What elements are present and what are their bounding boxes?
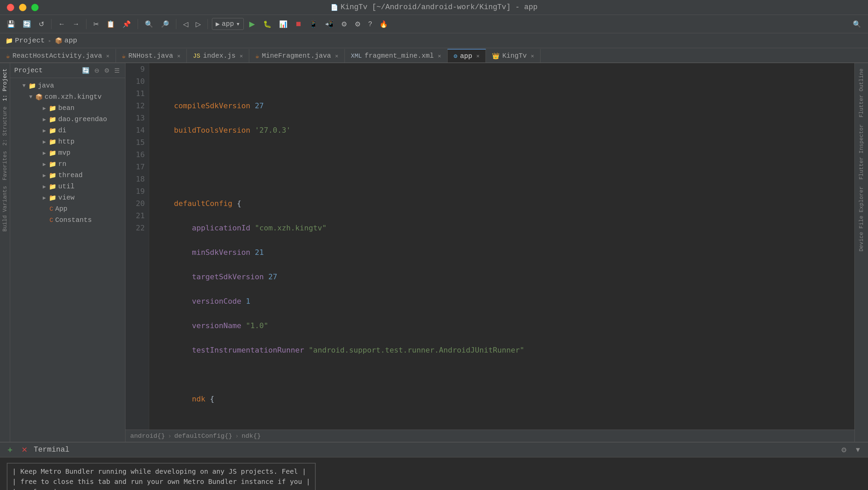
sdk-button[interactable]: ⚙: [338, 19, 350, 30]
line-numbers: 9 10 11 12 13 14 15 16 17 18 19 20 21 22: [125, 63, 149, 430]
tab-label: index.js: [203, 52, 236, 60]
nav-project: 📁 Project: [5, 37, 45, 44]
tab-app[interactable]: ⚙ app ✕: [448, 49, 486, 62]
tree-item-Constants[interactable]: C Constants: [10, 214, 125, 226]
expand-arrow-icon: ▶: [43, 127, 46, 134]
flutter-inspector-panel[interactable]: Flutter Inspector: [856, 121, 867, 182]
tree-item-thread[interactable]: ▶ 📁 thread: [10, 170, 125, 181]
profile-button[interactable]: 📊: [276, 19, 290, 30]
search-everywhere-button[interactable]: 🔍: [850, 19, 864, 30]
breadcrumb-item-2[interactable]: defaultConfig{}: [174, 432, 232, 440]
terminal-close-button[interactable]: ✕: [19, 445, 30, 455]
breadcrumb-item-1[interactable]: android{}: [130, 432, 165, 440]
code-line-21: [156, 369, 848, 381]
vtab-project[interactable]: 1: Project: [1, 66, 9, 104]
close-button[interactable]: [7, 4, 14, 11]
breadcrumb-item-3[interactable]: ndk{}: [241, 432, 261, 440]
tab-close-icon[interactable]: ✕: [177, 53, 180, 59]
vtab-build-variants[interactable]: Build Variants: [1, 183, 9, 234]
tree-item-rn[interactable]: ▶ 📁 rn: [10, 158, 125, 170]
stop-button[interactable]: ⏹: [292, 19, 304, 29]
replace-button[interactable]: 🔎: [158, 19, 172, 30]
toolbar: 💾 🔄 ↺ ← → ✂ 📋 📌 🔍 🔎 ◁ ▷ ▶ app ▾ ▶ 🐛 📊 ⏹ …: [0, 15, 868, 33]
help-button[interactable]: ?: [366, 19, 375, 29]
tree-item-util[interactable]: ▶ 📁 util: [10, 181, 125, 192]
terminal-settings-button[interactable]: ⚙: [839, 445, 849, 455]
module-icon: 📦: [55, 37, 62, 44]
copy-button[interactable]: 📋: [104, 19, 118, 30]
sidebar: Project 🔄 ⊖ ⚙ ☰ ▼ 📁 java ▼ 📦 com.xzh.kin: [10, 63, 125, 442]
terminal-add-button[interactable]: +: [5, 444, 15, 456]
tab-close-icon[interactable]: ✕: [240, 53, 243, 59]
sync-button[interactable]: 🔄: [20, 19, 34, 30]
find-button[interactable]: 🔍: [142, 19, 156, 30]
settings-button[interactable]: ⚙: [103, 66, 111, 75]
terminal-minimize-button[interactable]: ▼: [852, 445, 863, 454]
forward-button[interactable]: ▷: [193, 19, 203, 30]
run-button[interactable]: ▶: [246, 18, 258, 30]
tree-item-mvp[interactable]: ▶ 📁 mvp: [10, 147, 125, 158]
undo-button[interactable]: ←: [56, 19, 68, 29]
tree-item-java[interactable]: ▼ 📁 java: [10, 80, 125, 91]
collapse-all-button[interactable]: ⊖: [93, 66, 101, 75]
tree-item-dao[interactable]: ▶ 📁 dao.greendao: [10, 114, 125, 125]
device-file-explorer-panel[interactable]: Device File Explorer: [856, 184, 867, 254]
device-button[interactable]: 📱: [307, 19, 320, 30]
line-number: 20: [125, 197, 145, 210]
tree-item-label: Constants: [55, 216, 92, 224]
sync-files-button[interactable]: 🔄: [81, 66, 91, 75]
expand-arrow-icon: ▼: [22, 83, 26, 89]
tab-KingTv[interactable]: 👑 KingTv ✕: [486, 49, 540, 62]
debug-button[interactable]: 🐛: [260, 19, 274, 30]
settings-button[interactable]: ⚙: [352, 19, 363, 30]
tree-item-http[interactable]: ▶ 📁 http: [10, 136, 125, 147]
tab-close-icon[interactable]: ✕: [335, 53, 338, 59]
tree-item-label: http: [58, 138, 75, 146]
folder-icon: 📁: [28, 82, 36, 90]
expand-arrow-icon: ▼: [29, 94, 33, 100]
save-all-button[interactable]: 💾: [4, 19, 18, 30]
toolbar-separator-3: [138, 19, 138, 29]
tab-close-icon[interactable]: ✕: [438, 53, 441, 59]
vtab-structure[interactable]: 2: Structure: [1, 104, 9, 148]
cut-button[interactable]: ✂: [91, 19, 102, 30]
minimize-button[interactable]: [19, 4, 26, 11]
reload-button[interactable]: ↺: [36, 19, 47, 30]
maximize-button[interactable]: [31, 4, 39, 11]
tab-MineFragment[interactable]: ☕ MineFragment.java ✕: [249, 49, 345, 62]
tree-item-label: di: [58, 127, 66, 134]
tree-item-bean[interactable]: ▶ 📁 bean: [10, 102, 125, 114]
tree-item-view[interactable]: ▶ 📁 view: [10, 192, 125, 203]
tree-item-di[interactable]: ▶ 📁 di: [10, 125, 125, 136]
terminal-body[interactable]: | Keep Metro Bundler running while devel…: [0, 457, 868, 490]
firebase-button[interactable]: 🔥: [377, 19, 391, 30]
package-icon: 📦: [35, 93, 43, 101]
run-config-icon: ▶: [216, 20, 220, 28]
tab-close-icon[interactable]: ✕: [476, 53, 480, 59]
flutter-outline-panel[interactable]: Flutter Outline: [856, 66, 867, 120]
layout-button[interactable]: ☰: [113, 66, 121, 75]
tree-item-label: bean: [58, 104, 75, 112]
line-number: 18: [125, 173, 145, 185]
tab-RNHost[interactable]: ☕ RNHost.java ✕: [116, 49, 187, 62]
tab-fragment_mine[interactable]: XML fragment_mine.xml ✕: [345, 49, 448, 62]
tab-index[interactable]: JS index.js ✕: [187, 49, 249, 62]
folder-icon: 📁: [49, 172, 56, 179]
tree-item-App[interactable]: C App: [10, 203, 125, 214]
code-text[interactable]: compileSdkVersion 27 buildToolsVersion '…: [149, 63, 854, 430]
tab-close-icon[interactable]: ✕: [106, 53, 110, 59]
tab-ReactHostActivity[interactable]: ☕ ReactHostActivity.java ✕: [0, 49, 116, 62]
paste-button[interactable]: 📌: [120, 19, 134, 30]
avd-button[interactable]: 📲: [322, 19, 336, 30]
search-toolbar: 🔍: [850, 19, 864, 30]
line-number: 13: [125, 112, 145, 124]
folder-icon: 📁: [49, 138, 56, 146]
expand-arrow-icon: ▶: [43, 138, 46, 145]
redo-button[interactable]: →: [70, 19, 82, 29]
run-config-dropdown[interactable]: ▶ app ▾: [212, 18, 244, 30]
tab-label: RNHost.java: [128, 52, 173, 60]
back-button[interactable]: ◁: [180, 19, 191, 30]
tree-item-package[interactable]: ▼ 📦 com.xzh.kingtv: [10, 91, 125, 102]
vtab-favorites[interactable]: Favorites: [1, 148, 9, 183]
tab-close-icon[interactable]: ✕: [531, 53, 534, 59]
